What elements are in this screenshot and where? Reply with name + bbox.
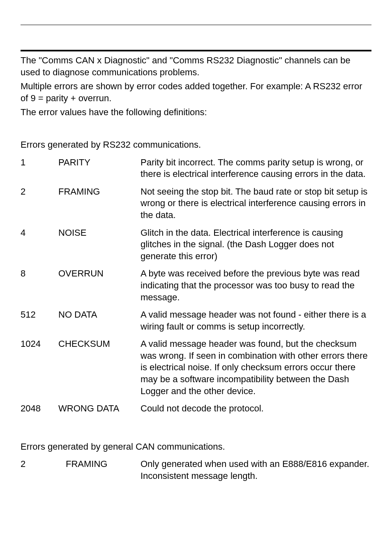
top-divider <box>21 25 371 25</box>
error-desc: Parity bit incorrect. The comms parity s… <box>141 157 371 186</box>
intro-block: The "Comms CAN x Diagnostic" and "Comms … <box>21 55 371 118</box>
error-code: 8 <box>21 268 58 309</box>
error-name: CHECKSUM <box>58 338 141 403</box>
table-row: 2048 WRONG DATA Could not decode the pro… <box>21 403 371 420</box>
table-row: 2 FRAMING Only generated when used with … <box>21 458 371 488</box>
intro-p2: Multiple errors are shown by error codes… <box>21 81 371 104</box>
table-row: 2 FRAMING Not seeing the stop bit. The b… <box>21 186 371 227</box>
thick-divider <box>21 50 371 51</box>
table-row: 512 NO DATA A valid message header was n… <box>21 309 371 338</box>
error-code: 2 <box>21 458 58 488</box>
error-desc: Only generated when used with an E888/E8… <box>141 458 371 488</box>
error-code: 4 <box>21 227 58 268</box>
rs232-note: Errors generated by RS232 communications… <box>21 139 371 151</box>
error-desc: A valid message header was not found - e… <box>141 309 371 338</box>
can-note: Errors generated by general CAN communic… <box>21 441 371 453</box>
error-name: FRAMING <box>58 186 141 227</box>
table-row: 1024 CHECKSUM A valid message header was… <box>21 338 371 403</box>
error-name: OVERRUN <box>58 268 141 309</box>
error-name: NOISE <box>58 227 141 268</box>
can-error-table: 2 FRAMING Only generated when used with … <box>21 458 371 488</box>
error-desc: A valid message header was found, but th… <box>141 338 371 403</box>
error-name: FRAMING <box>58 458 141 488</box>
error-name: WRONG DATA <box>58 403 141 420</box>
error-code: 512 <box>21 309 58 338</box>
table-row: 1 PARITY Parity bit incorrect. The comms… <box>21 157 371 186</box>
error-name: PARITY <box>58 157 141 186</box>
rs232-error-table: 1 PARITY Parity bit incorrect. The comms… <box>21 157 371 420</box>
intro-p3: The error values have the following defi… <box>21 107 371 118</box>
table-row: 4 NOISE Glitch in the data. Electrical i… <box>21 227 371 268</box>
error-desc: Glitch in the data. Electrical interfere… <box>141 227 371 268</box>
error-desc: Not seeing the stop bit. The baud rate o… <box>141 186 371 227</box>
error-code: 2 <box>21 186 58 227</box>
error-desc: A byte was received before the previous … <box>141 268 371 309</box>
error-name: NO DATA <box>58 309 141 338</box>
error-code: 1 <box>21 157 58 186</box>
error-code: 1024 <box>21 338 58 403</box>
intro-p1: The "Comms CAN x Diagnostic" and "Comms … <box>21 55 371 78</box>
error-desc: Could not decode the protocol. <box>141 403 371 420</box>
error-code: 2048 <box>21 403 58 420</box>
table-row: 8 OVERRUN A byte was received before the… <box>21 268 371 309</box>
